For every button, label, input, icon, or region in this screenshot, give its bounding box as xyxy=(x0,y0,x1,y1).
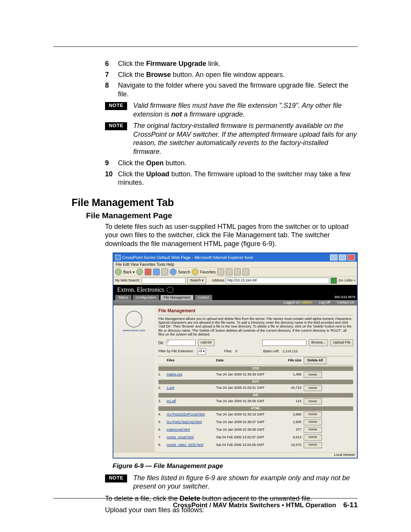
close-button[interactable] xyxy=(347,254,355,260)
delete-all-button[interactable]: Delete All xyxy=(304,357,327,364)
tab-status[interactable]: Status xyxy=(115,295,132,300)
log-off-link[interactable]: Log Off xyxy=(319,301,330,305)
step-num: 6 xyxy=(105,59,118,68)
mws-search-button[interactable]: Search ▾ xyxy=(187,277,206,284)
tab-control[interactable]: Control xyxy=(194,295,212,300)
tab-configuration[interactable]: Configuration xyxy=(132,295,160,300)
page: 6 Click the Firmware Upgrade link. 7 Cli… xyxy=(0,0,411,532)
delete-button[interactable]: Delete xyxy=(304,419,322,425)
contact-us-link[interactable]: Contact Us xyxy=(337,301,354,305)
menu-bar[interactable]: File Edit View Favorites Tools Help xyxy=(113,262,357,267)
file-size: 2,905 xyxy=(277,420,304,424)
file-date: Tue 24 Jan 2006 01:35:06 GMT xyxy=(216,428,277,432)
forward-button[interactable] xyxy=(136,268,143,275)
upload-path-input[interactable] xyxy=(262,340,306,346)
page-footer: CrossPoint / MAV Matrix Switchers • HTML… xyxy=(173,501,358,509)
main-panel: File Management File Management allows y… xyxy=(155,305,357,452)
note-row-3: NOTE The files listed in figure 6-9 are … xyxy=(105,474,358,491)
file-link[interactable]: matrixcmd.html xyxy=(167,428,216,432)
step-num: 10 xyxy=(105,170,118,187)
status-zone: Local intranet xyxy=(334,453,355,457)
step-10: 10 Click the Upload button. The firmware… xyxy=(105,170,358,187)
step-num: 7 xyxy=(105,70,118,79)
tab-file-management[interactable]: File Management xyxy=(160,295,194,300)
dir-label: Dir: xyxy=(158,341,164,345)
toolbar-search[interactable]: Search xyxy=(178,270,190,274)
browse-button[interactable]: Browse... xyxy=(309,339,328,346)
dir-row: Dir: / Add Dir Browse... Upload File xyxy=(158,339,353,346)
file-group-header: HTML xyxy=(158,406,353,411)
maximize-button[interactable] xyxy=(339,254,346,260)
note-text: The files listed in figure 6-9 are shown… xyxy=(133,474,358,491)
file-date: Sat 04 Feb 2006 13:22:07 GMT xyxy=(216,436,277,439)
delete-button[interactable]: Delete xyxy=(304,385,322,391)
screenshot-file-management: CrossPoint Series Default Web Page - Mic… xyxy=(113,252,358,459)
home-button[interactable] xyxy=(161,268,168,275)
history-button[interactable] xyxy=(226,268,233,275)
search-icon[interactable] xyxy=(170,268,177,275)
row-index: 7. xyxy=(158,436,167,439)
toolbar-favorites[interactable]: Favorites xyxy=(200,270,216,274)
delete-button[interactable]: Delete xyxy=(304,398,322,404)
footer-text: CrossPoint / MAV Matrix Switchers • HTML… xyxy=(173,502,336,509)
dir-input[interactable]: / xyxy=(167,340,196,346)
back-label[interactable]: Back ▾ xyxy=(123,270,135,274)
row-index: 3. xyxy=(158,399,167,403)
delete-button[interactable]: Delete xyxy=(304,435,322,441)
media-button[interactable] xyxy=(217,268,224,275)
file-size: 2,696 xyxy=(277,413,304,417)
file-link[interactable]: 1.evt xyxy=(167,386,216,390)
address-input[interactable]: http://10.13.194.48/ xyxy=(226,278,329,284)
sidebar: www.extron.com xyxy=(113,305,155,452)
stop-button[interactable] xyxy=(145,268,151,275)
back-button[interactable] xyxy=(115,268,122,275)
file-size: 1,495 xyxy=(277,373,304,377)
mws-input[interactable] xyxy=(142,278,186,284)
file-size: 9,913 xyxy=(277,436,304,439)
intro-text: To delete files such as user-supplied HT… xyxy=(105,222,358,248)
file-size: 19,372 xyxy=(277,443,304,447)
filter-select[interactable]: All ▾ xyxy=(197,348,206,355)
favorites-icon[interactable] xyxy=(192,268,199,275)
refresh-button[interactable] xyxy=(153,268,160,275)
sub-heading: File Management Page xyxy=(86,211,358,220)
minimize-button[interactable] xyxy=(330,254,338,260)
file-link[interactable]: matrix.css xyxy=(167,373,216,377)
file-date: Tue 24 Jan 2006 01:35:07 GMT xyxy=(216,420,277,424)
panel-heading: File Management xyxy=(158,308,353,315)
filter-row: Filter by File Extension: All ▾ Files: 0… xyxy=(158,348,353,355)
file-link[interactable]: nortxe_email.html xyxy=(167,436,216,439)
go-label[interactable]: Go xyxy=(338,279,343,283)
delete-button[interactable]: Delete xyxy=(304,372,322,378)
sidebar-link[interactable]: www.extron.com xyxy=(123,329,145,332)
window-titlebar: CrossPoint Series Default Web Page - Mic… xyxy=(113,253,357,262)
file-link[interactable]: in1.gif xyxy=(167,399,216,403)
upload-file-button[interactable]: Upload File xyxy=(330,339,353,346)
delete-button[interactable]: Delete xyxy=(304,442,322,448)
step-text: Navigate to the folder where you saved t… xyxy=(118,81,358,98)
mws-label: My Web Search: xyxy=(115,279,140,283)
step-6: 6 Click the Firmware Upgrade link. xyxy=(105,59,358,68)
toolbar: Back ▾ Search Favorites xyxy=(113,267,357,276)
delete-button[interactable]: Delete xyxy=(304,427,322,433)
step-text: Click the Browse button. An open file wi… xyxy=(118,70,358,79)
page-tabs: Status Configuration File Management Con… xyxy=(113,295,357,300)
links-label[interactable]: Links » xyxy=(344,279,355,283)
screenshot-body: www.extron.com File Management File Mana… xyxy=(113,305,357,452)
row-index: 4. xyxy=(158,413,167,417)
file-link[interactable]: GV-Port1TiesCmd.html xyxy=(167,420,216,424)
file-group-header: CSS xyxy=(158,366,353,371)
file-link[interactable]: nortxe_video_3232.html xyxy=(167,443,216,447)
bytes-value: 1,114,112 xyxy=(282,350,298,353)
mail-button[interactable] xyxy=(234,268,241,275)
brand-banner: Extron. Electronics xyxy=(113,285,357,295)
file-link[interactable]: GV-Port1DSVPCmd.html xyxy=(167,413,216,417)
step-8: 8 Navigate to the folder where you saved… xyxy=(105,81,358,98)
status-bar: Local intranet xyxy=(113,452,357,458)
rule-bottom xyxy=(53,498,358,498)
print-button[interactable] xyxy=(242,268,249,275)
go-button[interactable] xyxy=(331,278,337,284)
delete-button[interactable]: Delete xyxy=(304,412,322,418)
step-num: 9 xyxy=(105,159,118,168)
add-dir-button[interactable]: Add Dir xyxy=(198,339,215,346)
